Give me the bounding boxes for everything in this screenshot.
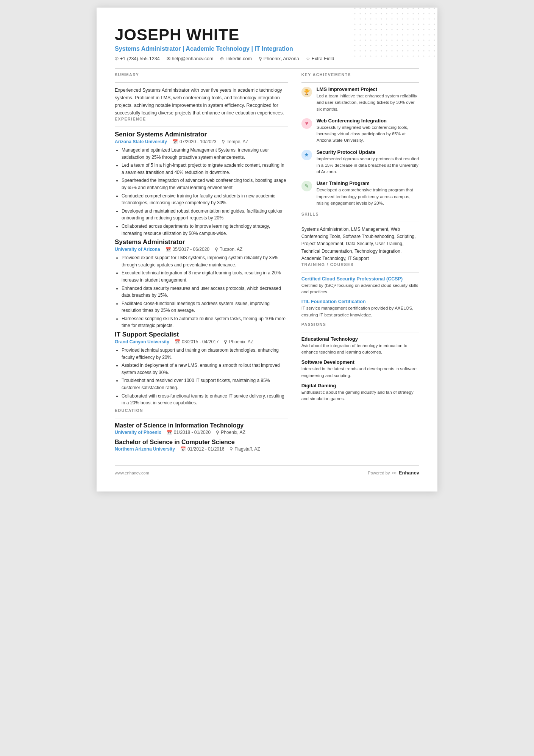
skills-text: Systems Administration, LMS Management, … [301,226,419,262]
achievement-4-desc: Developed a comprehensive training progr… [317,187,419,207]
achievement-1-content: LMS Improvement Project Led a team initi… [317,86,419,113]
job-3-meta: Grand Canyon University 📅 03/2015 - 04/2… [115,339,288,344]
summary-divider [115,82,288,83]
achievement-2: ♥ Web Conferencing Integration Successfu… [301,118,419,144]
passion-3: Digital Gaming Enthusiastic about the ga… [301,383,419,402]
training-2: ITIL Foundation Certification IT service… [301,299,419,318]
training-label: TRAINING / COURSES [301,262,419,267]
job-2-bullets: Provided expert support for LMS systems,… [115,254,288,329]
passions-divider [301,332,419,332]
achievement-1: 🏆 LMS Improvement Project Led a team ini… [301,86,419,113]
job-1-dates: 📅 07/2020 - 10/2023 [172,139,216,144]
calendar-icon-1: 📅 [172,139,178,144]
job-1-bullets: Managed and optimized Learning Managemen… [115,147,288,237]
edu-1-degree: Master of Science in Information Technol… [115,422,288,429]
job-2-dates: 📅 05/2017 - 06/2020 [166,247,209,252]
summary-text: Experienced Systems Administrator with o… [115,86,288,117]
job-1-meta: Arizona State University 📅 07/2020 - 10/… [115,139,288,144]
edu-2-degree: Bachelor of Science in Computer Science [115,439,288,446]
calendar-icon-2: 📅 [166,247,171,252]
bullet-item: Enhanced data security measures and user… [122,285,288,299]
page-footer: www.enhancv.com Powered by ∞ Enhancv [115,465,419,476]
job-3-title: IT Support Specialist [115,331,288,338]
job-1: Senior Systems Administrator Arizona Sta… [115,131,288,237]
enhancv-brand-name: Enhancv [399,470,419,476]
achievement-2-desc: Successfully integrated web conferencing… [317,124,419,144]
passion-1-desc: Avid about the integration of technology… [301,343,419,356]
bullet-item: Facilitated cross-functional meetings to… [122,300,288,314]
achievement-2-content: Web Conferencing Integration Successfull… [317,118,419,144]
decorative-dots [354,8,437,57]
pencil-icon: ✎ [301,181,312,191]
passions-section: PASSIONS Educational Technology Avid abo… [301,322,419,402]
powered-by-label: Powered by [368,471,390,475]
pin-icon-edu1: ⚲ [216,430,219,435]
edu-1: Master of Science in Information Technol… [115,422,288,435]
passion-2: Software Development Interested in the l… [301,359,419,379]
education-section: EDUCATION Master of Science in Informati… [115,408,288,452]
pin-icon-2: ⚲ [215,247,218,252]
achievement-3-title: Security Protocol Update [317,149,419,155]
link-icon: ⊕ [220,56,224,61]
edu-2: Bachelor of Science in Computer Science … [115,439,288,452]
training-1-title: Certified Cloud Security Professional (C… [301,276,419,282]
achievement-2-title: Web Conferencing Integration [317,118,419,124]
skills-divider [301,222,419,222]
achievement-4: ✎ User Training Program Developed a comp… [301,180,419,207]
bullet-item: Troubleshot and resolved over 1000 IT su… [122,377,288,391]
trophy-icon: 🏆 [301,87,312,97]
job-1-location: ⚲ Tempe, AZ [222,139,248,144]
calendar-icon-edu2: 📅 [180,446,186,452]
achievement-3: ★ Security Protocol Update Implemented r… [301,149,419,175]
experience-section: EXPERIENCE Senior Systems Administrator … [115,117,288,407]
phone-icon: ✆ [115,56,119,61]
achievement-3-content: Security Protocol Update Implemented rig… [317,149,419,175]
achievement-3-desc: Implemented rigorous security protocols … [317,156,419,175]
achievements-divider [301,82,419,83]
enhancv-logo-icon: ∞ [392,470,396,476]
edu-1-dates: 📅 01/2018 - 01/2020 [167,430,211,435]
edu-1-meta: University of Phoenix 📅 01/2018 - 01/202… [115,430,288,435]
edu-2-location: ⚲ Flagstaff, AZ [230,446,260,452]
main-content: SUMMARY Experienced Systems Administrato… [115,72,419,454]
achievements-section: KEY ACHIEVEMENTS 🏆 LMS Improvement Proje… [301,72,419,207]
job-2-meta: University of Arizona 📅 05/2017 - 06/202… [115,247,288,252]
education-label: EDUCATION [115,408,288,413]
contact-extra: ☆ Extra Field [306,56,334,61]
resume-page: JOSEPH WHITE Systems Administrator | Aca… [97,8,437,491]
pin-icon-1: ⚲ [222,139,225,144]
training-1: Certified Cloud Security Professional (C… [301,276,419,296]
job-2-title: Systems Administrator [115,238,288,246]
edu-2-dates: 📅 01/2012 - 01/2016 [180,446,224,452]
location-icon: ⚲ [259,56,262,61]
training-section: TRAINING / COURSES Certified Cloud Secur… [301,262,419,318]
achievement-4-content: User Training Program Developed a compre… [317,180,419,207]
training-divider [301,272,419,272]
experience-divider [115,127,288,127]
edu-2-meta: Northern Arizona University 📅 01/2012 - … [115,446,288,452]
achievements-label: KEY ACHIEVEMENTS [301,72,419,77]
left-column: SUMMARY Experienced Systems Administrato… [115,72,288,454]
summary-label: SUMMARY [115,72,288,77]
bullet-item: Managed and optimized Learning Managemen… [122,147,288,161]
bullet-item: Harnessed scripting skills to automate r… [122,315,288,329]
email-icon: ✉ [167,56,170,61]
edu-1-location: ⚲ Phoenix, AZ [216,430,245,435]
job-3-company: Grand Canyon University [115,339,169,344]
passion-3-desc: Enthusiastic about the gaming industry a… [301,389,419,402]
footer-website: www.enhancv.com [115,471,149,475]
contact-location: ⚲ Phoenix, Arizona [259,56,299,61]
education-divider [115,418,288,418]
passion-1: Educational Technology Avid about the in… [301,336,419,356]
passion-1-title: Educational Technology [301,336,419,342]
star-filled-icon: ★ [301,150,312,160]
training-1-desc: Certified by (ISC)² focusing on advanced… [301,282,419,296]
job-2-company: University of Arizona [115,247,160,252]
star-icon: ☆ [306,56,310,61]
passions-label: PASSIONS [301,322,419,327]
pin-icon-3: ⚲ [224,339,227,344]
contact-bar: ✆ +1-(234)-555-1234 ✉ help@enhancv.com ⊕… [115,56,419,61]
passion-2-desc: Interested in the latest trends and deve… [301,366,419,379]
contact-email: ✉ help@enhancv.com [167,56,214,61]
job-2: Systems Administrator University of Ariz… [115,238,288,329]
